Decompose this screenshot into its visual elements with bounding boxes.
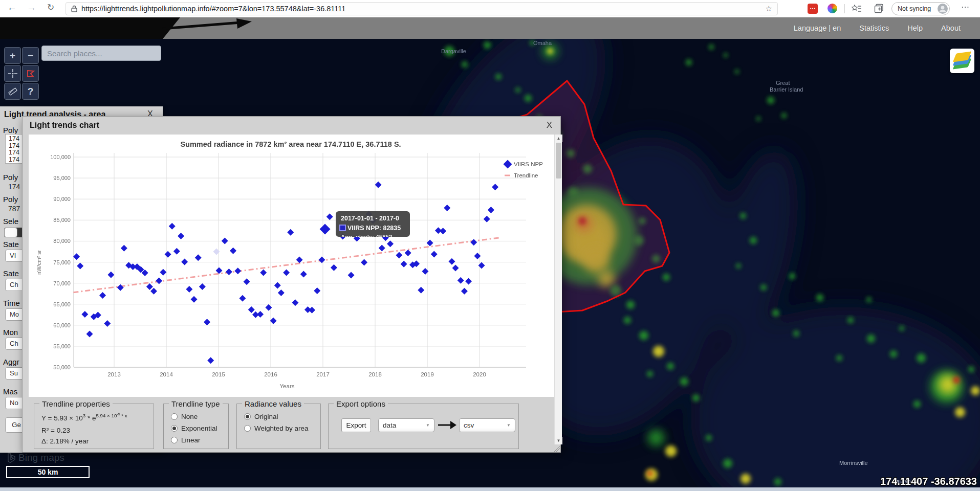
extension-icon-color[interactable] xyxy=(827,4,837,13)
favorites-bar-icon[interactable] xyxy=(852,4,862,13)
export-source-select[interactable]: data ▼ xyxy=(378,418,434,432)
data-point[interactable] xyxy=(199,283,206,290)
forward-icon[interactable]: → xyxy=(27,2,36,13)
data-point[interactable] xyxy=(257,311,264,318)
data-point[interactable] xyxy=(117,284,124,291)
data-point[interactable] xyxy=(165,251,171,258)
data-point[interactable] xyxy=(73,253,80,260)
nav-language[interactable]: Language | en xyxy=(794,24,841,32)
data-point[interactable] xyxy=(260,270,267,276)
data-point[interactable] xyxy=(292,299,298,306)
radio-none-icon[interactable] xyxy=(171,413,178,420)
radio-weighted[interactable]: Weighted by area xyxy=(244,425,309,432)
data-point[interactable] xyxy=(465,278,472,284)
data-point[interactable] xyxy=(178,233,184,239)
data-point[interactable] xyxy=(452,265,459,272)
back-icon[interactable]: ← xyxy=(7,2,17,13)
data-point[interactable] xyxy=(375,182,382,188)
data-point[interactable] xyxy=(107,272,114,278)
browser-menu-icon[interactable]: ⋯ xyxy=(961,2,969,12)
zoom-in-button[interactable]: + xyxy=(4,47,21,64)
data-point[interactable] xyxy=(86,331,93,338)
data-point[interactable] xyxy=(470,239,477,246)
dialog-titlebar[interactable]: Light trends chart X xyxy=(23,117,560,135)
data-point[interactable] xyxy=(248,306,255,313)
data-point[interactable] xyxy=(314,287,320,294)
data-point[interactable] xyxy=(418,287,424,294)
data-point[interactable] xyxy=(121,245,127,252)
extension-icon-red[interactable]: ⋯ xyxy=(808,4,818,14)
data-point[interactable] xyxy=(396,252,402,258)
bookmark-star-icon[interactable]: ☆ xyxy=(766,4,772,13)
data-point[interactable] xyxy=(405,250,411,256)
data-point[interactable] xyxy=(431,251,438,257)
data-point[interactable] xyxy=(361,259,367,265)
data-point[interactable] xyxy=(488,207,494,213)
data-point[interactable] xyxy=(283,270,290,276)
export-button[interactable]: Export xyxy=(341,418,371,432)
data-point[interactable] xyxy=(234,267,241,274)
data-point[interactable] xyxy=(81,311,88,318)
data-point[interactable] xyxy=(387,240,394,247)
dialog-scrollbar[interactable]: ▲ ▼ xyxy=(554,135,562,444)
data-point[interactable] xyxy=(207,357,214,364)
data-point[interactable] xyxy=(186,286,192,293)
data-point[interactable] xyxy=(484,216,490,222)
scrollbar-thumb[interactable] xyxy=(556,143,561,178)
data-point[interactable] xyxy=(461,288,468,295)
radio-none[interactable]: None xyxy=(171,413,198,420)
data-point[interactable] xyxy=(458,277,464,284)
data-point[interactable] xyxy=(287,229,294,236)
draw-polygon-button[interactable] xyxy=(22,65,39,82)
help-button[interactable]: ? xyxy=(22,83,39,100)
data-point[interactable] xyxy=(169,223,176,230)
data-point[interactable] xyxy=(150,288,157,295)
data-point[interactable] xyxy=(270,318,277,324)
data-point[interactable] xyxy=(195,254,202,261)
dialog-resize-grip[interactable] xyxy=(554,445,560,452)
dialog-close-icon[interactable]: X xyxy=(547,120,552,130)
nav-help[interactable]: Help xyxy=(907,24,923,32)
data-point[interactable] xyxy=(146,283,153,290)
data-point[interactable] xyxy=(191,296,198,303)
radio-weighted-icon[interactable] xyxy=(244,425,251,432)
data-point[interactable] xyxy=(326,213,333,220)
scroll-up-icon[interactable]: ▲ xyxy=(555,135,562,142)
data-point[interactable] xyxy=(309,307,315,314)
data-point[interactable] xyxy=(244,278,250,285)
radio-linear-icon[interactable] xyxy=(171,437,178,443)
nav-statistics[interactable]: Statistics xyxy=(859,24,889,32)
measure-button[interactable] xyxy=(4,83,21,100)
profile-button[interactable]: Not syncing xyxy=(891,2,950,15)
address-bar[interactable]: https://lighttrends.lightpollutionmap.in… xyxy=(66,2,778,15)
data-point[interactable] xyxy=(226,269,232,275)
scroll-down-icon[interactable]: ▼ xyxy=(555,437,562,444)
data-point[interactable] xyxy=(230,248,236,254)
layers-button[interactable] xyxy=(950,49,974,73)
data-point[interactable] xyxy=(379,244,385,251)
data-point[interactable] xyxy=(222,237,228,244)
collections-icon[interactable] xyxy=(874,4,884,14)
data-point[interactable] xyxy=(99,292,106,299)
refresh-icon[interactable]: ↻ xyxy=(47,2,54,13)
data-point[interactable] xyxy=(331,264,337,271)
export-format-select[interactable]: csv ▼ xyxy=(459,418,515,432)
data-point[interactable] xyxy=(239,295,246,302)
data-point[interactable] xyxy=(348,272,355,278)
data-point[interactable] xyxy=(444,205,450,211)
crosshair-button[interactable] xyxy=(4,65,21,82)
data-point[interactable] xyxy=(173,248,180,255)
data-point[interactable] xyxy=(440,228,446,234)
data-point[interactable] xyxy=(278,289,285,296)
data-point[interactable] xyxy=(160,269,166,276)
zoom-out-button[interactable]: − xyxy=(22,47,39,64)
radio-exponential[interactable]: Exponential xyxy=(171,425,217,432)
data-point[interactable] xyxy=(204,319,210,325)
radio-original-icon[interactable] xyxy=(244,413,251,420)
nav-about[interactable]: About xyxy=(941,24,961,32)
data-point[interactable] xyxy=(104,320,111,327)
data-point[interactable] xyxy=(492,184,498,190)
data-point[interactable] xyxy=(77,262,83,269)
data-point[interactable] xyxy=(181,259,188,265)
data-point[interactable] xyxy=(448,258,455,265)
